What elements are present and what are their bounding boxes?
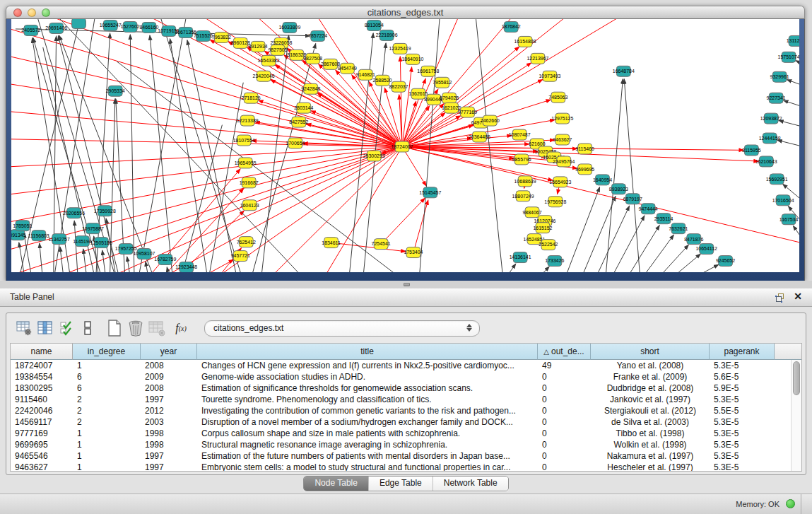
- cell-out_de[interactable]: 49: [538, 360, 591, 371]
- column-header-in_degree[interactable]: in_degree: [73, 344, 141, 360]
- row-selection-icon[interactable]: [56, 317, 77, 339]
- citation-edge-red[interactable]: [321, 146, 402, 272]
- column-header-pagerank[interactable]: pagerank: [710, 344, 775, 360]
- splitter-grip-icon[interactable]: [404, 283, 410, 286]
- cell-pagerank[interactable]: 5.9E-5: [710, 382, 775, 394]
- cell-title[interactable]: Investigating the contribution of common…: [197, 405, 538, 416]
- cell-title[interactable]: Changes of HCN gene expression and I(f) …: [197, 360, 538, 371]
- citation-edge-black[interactable]: [83, 249, 88, 272]
- table-row[interactable]: 2242004622012Investigating the contribut…: [11, 405, 791, 416]
- cell-pagerank[interactable]: 5.3E-5: [710, 450, 775, 462]
- cell-out_de[interactable]: 0: [538, 371, 591, 382]
- cell-year[interactable]: 1997: [141, 450, 197, 462]
- cell-short[interactable]: de Silva et al. (2003): [591, 416, 710, 428]
- cell-in_degree[interactable]: 1: [73, 450, 141, 462]
- cell-name[interactable]: 18300295: [11, 382, 73, 394]
- function-builder-icon[interactable]: f(x): [170, 317, 192, 339]
- column-header-title[interactable]: title: [197, 344, 538, 360]
- citation-edge-black[interactable]: [535, 267, 549, 272]
- citation-edge-black[interactable]: [95, 33, 110, 272]
- cell-short[interactable]: Tibbo et al. (1998): [591, 428, 710, 439]
- cell-name[interactable]: 9777169: [11, 428, 73, 439]
- cell-short[interactable]: Yano et al. (2008): [591, 360, 710, 371]
- table-row[interactable]: 1456911722003Disruption of a novel membe…: [11, 416, 791, 428]
- cell-out_de[interactable]: 0: [538, 462, 591, 472]
- cell-in_degree[interactable]: 2: [73, 405, 141, 416]
- cell-year[interactable]: 2008: [141, 360, 197, 371]
- table-settings-icon[interactable]: [13, 317, 35, 339]
- citation-edge-black[interactable]: [796, 61, 799, 66]
- cell-in_degree[interactable]: 1: [73, 439, 141, 450]
- cell-short[interactable]: Dudbridge et al. (2008): [591, 382, 710, 394]
- cell-title[interactable]: Embryonic stem cells: a model to study s…: [197, 462, 538, 472]
- cell-year[interactable]: 2009: [141, 371, 197, 382]
- tab-node-table[interactable]: Node Table: [304, 477, 368, 491]
- cell-out_de[interactable]: 0: [538, 416, 591, 428]
- citation-edge-red[interactable]: [402, 146, 799, 245]
- cell-short[interactable]: Stergiakouli et al. (2012): [591, 405, 710, 416]
- window-titlebar[interactable]: citations_edges.txt: [6, 6, 805, 19]
- cell-title[interactable]: Structural magnetic resonance image aver…: [197, 439, 538, 450]
- citation-edge-black[interactable]: [40, 243, 43, 272]
- cell-in_degree[interactable]: 2: [73, 416, 141, 428]
- table-row[interactable]: 977716911998Corpus callosum shape and si…: [11, 428, 791, 439]
- cell-out_de[interactable]: 0: [538, 382, 591, 394]
- citation-edge-black[interactable]: [60, 247, 64, 272]
- citation-edge-black[interactable]: [625, 226, 659, 272]
- citation-edge-black[interactable]: [580, 196, 616, 272]
- column-header-year[interactable]: year: [141, 344, 197, 360]
- cell-title[interactable]: Estimation of the future numbers of pati…: [197, 450, 538, 462]
- minimize-window-button[interactable]: [28, 8, 36, 17]
- float-window-icon[interactable]: [775, 293, 785, 303]
- citation-edge-black[interactable]: [19, 243, 25, 272]
- close-panel-icon[interactable]: ✕: [794, 291, 802, 302]
- citation-edge-red[interactable]: [11, 139, 402, 147]
- delete-table-icon[interactable]: [125, 317, 146, 339]
- cell-in_degree[interactable]: 6: [73, 382, 141, 394]
- citation-edge-black[interactable]: [779, 120, 799, 127]
- vertical-scrollbar[interactable]: [791, 360, 801, 471]
- network-node[interactable]: [72, 19, 86, 28]
- citation-edge-black[interactable]: [564, 187, 600, 272]
- cell-in_degree[interactable]: 6: [73, 371, 141, 382]
- cell-year[interactable]: 1997: [141, 394, 197, 405]
- cell-pagerank[interactable]: 5.3E-5: [710, 428, 775, 439]
- citation-edge-red[interactable]: [138, 19, 402, 146]
- citation-edge-black[interactable]: [127, 257, 131, 272]
- table-row[interactable]: 1872400712008Changes of HCN gene express…: [11, 360, 791, 371]
- citation-edge-black[interactable]: [594, 206, 630, 272]
- citation-edge-black[interactable]: [777, 140, 799, 147]
- cell-name[interactable]: 14569117: [11, 416, 73, 428]
- tab-edge-table[interactable]: Edge Table: [368, 477, 433, 491]
- cell-short[interactable]: Jankovic et al. (1997): [591, 394, 710, 405]
- citation-edge-red[interactable]: [11, 146, 402, 252]
- cell-title[interactable]: Disruption of a novel member of a sodium…: [197, 416, 538, 428]
- cell-name[interactable]: 9465546: [11, 450, 73, 462]
- cell-name[interactable]: 9699695: [11, 439, 73, 450]
- table-row[interactable]: 911546021997Tourette syndrome. Phenomeno…: [11, 394, 791, 405]
- cell-year[interactable]: 2008: [141, 382, 197, 394]
- column-header-short[interactable]: short: [591, 344, 710, 360]
- citation-edge-black[interactable]: [102, 250, 107, 272]
- panel-splitter[interactable]: [0, 281, 812, 288]
- cell-pagerank[interactable]: 5.3E-5: [710, 416, 775, 428]
- cell-pagerank[interactable]: 5.6E-5: [710, 371, 775, 382]
- cell-name[interactable]: 19384554: [11, 371, 73, 382]
- import-table-icon[interactable]: [146, 317, 167, 339]
- citation-edge-black[interactable]: [668, 254, 700, 272]
- table-selector-dropdown[interactable]: citations_edges.txt: [204, 320, 480, 337]
- cell-in_degree[interactable]: 1: [73, 360, 141, 371]
- cell-in_degree[interactable]: 2: [73, 394, 141, 405]
- cell-short[interactable]: Franke et al. (2009): [591, 371, 710, 382]
- citation-edge-red[interactable]: [264, 146, 402, 272]
- column-chooser-icon[interactable]: [35, 317, 56, 339]
- network-canvas[interactable]: 2405572206914061065524715276028466160107…: [11, 19, 799, 272]
- cell-pagerank[interactable]: 5.3E-5: [710, 394, 775, 405]
- cell-pagerank[interactable]: 5.3E-5: [710, 462, 775, 472]
- cell-name[interactable]: 22420046: [11, 405, 73, 416]
- table-row[interactable]: 946362711997Embryonic stem cells: a mode…: [11, 462, 791, 472]
- zoom-window-button[interactable]: [42, 8, 50, 17]
- tab-network-table[interactable]: Network Table: [433, 477, 508, 491]
- cell-short[interactable]: Nakamura et al. (1997): [591, 450, 710, 462]
- citation-edge-black[interactable]: [503, 264, 516, 272]
